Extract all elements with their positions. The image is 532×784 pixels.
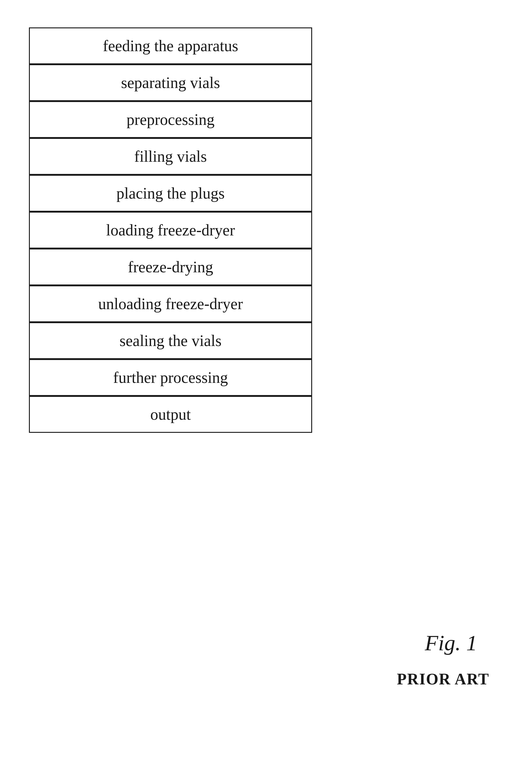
box-unloading: unloading freeze-dryer (29, 285, 312, 322)
box-separating: separating vials (29, 64, 312, 101)
label-output: output (150, 405, 191, 423)
box-filling: filling vials (29, 138, 312, 175)
label-separating: separating vials (121, 74, 220, 92)
label-sealing: sealing the vials (119, 332, 221, 350)
label-feeding: feeding the apparatus (103, 37, 239, 55)
box-placing: placing the plugs (29, 175, 312, 212)
box-loading: loading freeze-dryer (29, 212, 312, 249)
box-further: further processing (29, 359, 312, 396)
box-preprocessing: preprocessing (29, 101, 312, 138)
label-preprocessing: preprocessing (127, 111, 215, 129)
figure-label: Fig. 1 (425, 631, 477, 656)
label-unloading: unloading freeze-dryer (99, 295, 243, 313)
box-output: output (29, 396, 312, 433)
page: feeding the apparatus separating vials p… (0, 0, 532, 784)
label-filling: filling vials (134, 147, 207, 165)
prior-art-label: PRIOR ART (397, 670, 489, 688)
flowchart: feeding the apparatus separating vials p… (27, 27, 314, 433)
box-feeding: feeding the apparatus (29, 27, 312, 64)
box-sealing: sealing the vials (29, 322, 312, 359)
box-freeze-drying: freeze-drying (29, 249, 312, 285)
label-placing: placing the plugs (116, 184, 224, 202)
label-loading: loading freeze-dryer (106, 221, 235, 239)
label-freeze-drying: freeze-drying (128, 258, 213, 276)
label-further: further processing (113, 368, 228, 387)
